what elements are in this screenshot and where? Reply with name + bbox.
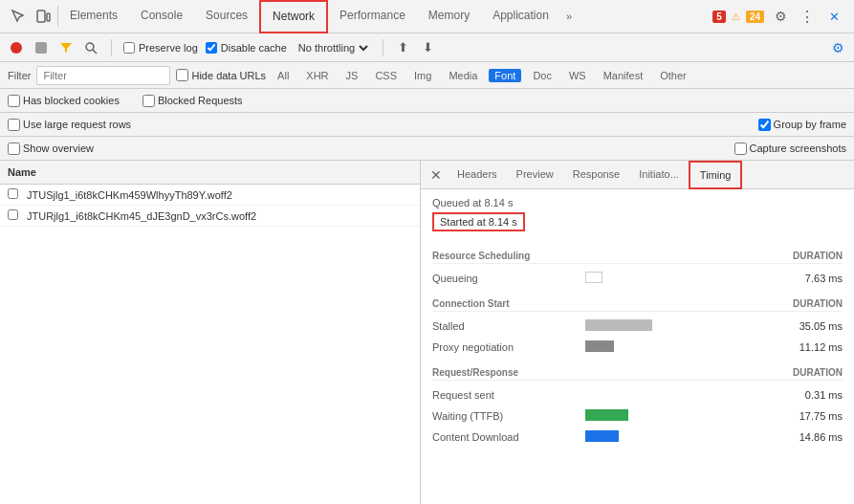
row-checkbox[interactable] xyxy=(8,209,18,220)
has-blocked-checkbox[interactable] xyxy=(8,95,20,107)
filter-doc-btn[interactable]: Doc xyxy=(527,69,558,82)
stalled-bar xyxy=(585,319,652,331)
throttle-select[interactable]: No throttling xyxy=(295,41,371,55)
settings-icon[interactable]: ⚙ xyxy=(770,6,791,27)
svg-point-2 xyxy=(86,43,94,51)
network-toolbar: Preserve log Disable cache No throttling… xyxy=(0,33,854,62)
record-icon xyxy=(11,42,22,54)
started-info: Started at 8.14 s xyxy=(432,212,525,231)
tab-memory[interactable]: Memory xyxy=(417,0,481,33)
table-row[interactable]: JTURjlg1_i6t8kCHKm45_dJE3gnD_vx3rCs.woff… xyxy=(0,206,420,227)
filter-input[interactable] xyxy=(36,66,170,85)
filter-icon xyxy=(59,41,73,55)
capture-screenshots-checkbox[interactable] xyxy=(734,142,747,155)
filter-row: Filter Hide data URLs All XHR JS CSS Img… xyxy=(0,62,854,89)
hide-data-urls-checkbox[interactable] xyxy=(176,69,188,81)
filter-xhr-btn[interactable]: XHR xyxy=(300,69,334,82)
capture-screenshots-label[interactable]: Capture screenshots xyxy=(734,142,847,155)
search-btn[interactable] xyxy=(82,39,99,56)
filter-media-btn[interactable]: Media xyxy=(443,69,483,82)
blocked-requests-label[interactable]: Blocked Requests xyxy=(142,95,243,107)
options-row2: Use large request rows Group by frame xyxy=(0,113,854,137)
left-panel: Name JTUSjlg1_i6t8kCHKm459WlhyyTh89Y.wof… xyxy=(0,161,421,504)
filter-img-btn[interactable]: Img xyxy=(408,69,437,82)
filter-css-btn[interactable]: CSS xyxy=(369,69,403,82)
device-icon[interactable] xyxy=(33,6,54,27)
tab-initiator[interactable]: Initiato... xyxy=(629,161,689,189)
hide-data-urls-label[interactable]: Hide data URLs xyxy=(176,69,266,81)
filter-font-btn[interactable]: Font xyxy=(489,69,521,82)
group-by-frame-label[interactable]: Group by frame xyxy=(758,119,846,131)
timing-section-header: Resource Scheduling DURATION xyxy=(432,251,843,264)
devtools-settings-icon[interactable]: ⚙ xyxy=(829,39,846,56)
tab-console[interactable]: Console xyxy=(129,0,194,33)
filter-all-btn[interactable]: All xyxy=(272,69,295,82)
tab-application[interactable]: Application xyxy=(481,0,560,33)
filter-btn-icon[interactable] xyxy=(57,39,75,56)
download-bar xyxy=(585,430,619,442)
preserve-log-label[interactable]: Preserve log xyxy=(123,42,198,54)
row-checkbox-cell xyxy=(8,188,27,201)
timing-row-queueing: Queueing 7.63 ms xyxy=(432,268,843,289)
disable-cache-label[interactable]: Disable cache xyxy=(206,42,287,54)
options-row1: Has blocked cookies Blocked Requests xyxy=(0,89,854,113)
filter-manifest-btn[interactable]: Manifest xyxy=(598,69,649,82)
inspect-icon[interactable] xyxy=(8,6,29,27)
download-icon[interactable]: ⬇ xyxy=(420,39,437,56)
timing-row-proxy: Proxy negotiation 11.12 ms xyxy=(432,337,843,358)
filter-ws-btn[interactable]: WS xyxy=(563,69,592,82)
devtools-nav-icons xyxy=(4,6,58,27)
tab-more[interactable]: » xyxy=(560,0,578,33)
ttfb-bar xyxy=(585,409,628,421)
record-btn[interactable] xyxy=(8,39,25,56)
svg-rect-0 xyxy=(37,11,45,22)
timing-content: Queued at 8.14 s Started at 8.14 s Resou… xyxy=(421,189,854,504)
upload-icon[interactable]: ⬆ xyxy=(395,39,412,56)
error-badge: 5 xyxy=(712,11,726,23)
table-row[interactable]: JTUSjlg1_i6t8kCHKm459WlhyyTh89Y.woff2 xyxy=(0,185,420,206)
group-by-frame-checkbox[interactable] xyxy=(758,119,771,131)
customize-icon[interactable]: ✕ xyxy=(823,6,844,27)
separator2 xyxy=(383,39,383,56)
right-tabs: ✕ Headers Preview Response Initiato... T… xyxy=(421,161,854,189)
stop-btn[interactable] xyxy=(33,39,50,56)
large-rows-checkbox[interactable] xyxy=(8,119,20,131)
close-panel-btn[interactable]: ✕ xyxy=(425,161,448,189)
tab-performance[interactable]: Performance xyxy=(328,0,417,33)
proxy-bar xyxy=(585,340,614,352)
tab-response[interactable]: Response xyxy=(563,161,630,189)
timing-row-ttfb: Waiting (TTFB) 17.75 ms xyxy=(432,405,843,427)
filter-js-btn[interactable]: JS xyxy=(340,69,364,82)
tab-timing[interactable]: Timing xyxy=(689,161,743,189)
show-overview-checkbox[interactable] xyxy=(8,142,20,155)
queued-info: Queued at 8.14 s xyxy=(432,197,843,208)
tab-headers[interactable]: Headers xyxy=(448,161,507,189)
row-checkbox[interactable] xyxy=(8,188,18,199)
tab-preview[interactable]: Preview xyxy=(507,161,563,189)
has-blocked-label[interactable]: Has blocked cookies xyxy=(8,95,120,107)
tab-bar: Elements Console Sources Network Perform… xyxy=(0,0,854,33)
warning-icon: ⚠ xyxy=(732,11,740,22)
disable-cache-checkbox[interactable] xyxy=(206,42,217,54)
tab-sources[interactable]: Sources xyxy=(194,0,259,33)
blocked-requests-checkbox[interactable] xyxy=(142,95,155,107)
tab-elements[interactable]: Elements xyxy=(58,0,129,33)
warning-badge: 24 xyxy=(746,11,764,23)
tab-network[interactable]: Network xyxy=(259,0,328,33)
filter-label: Filter xyxy=(8,70,31,81)
filter-other-btn[interactable]: Other xyxy=(654,69,692,82)
name-header: Name xyxy=(0,161,420,185)
options-row3: Show overview Capture screenshots xyxy=(0,137,854,161)
large-rows-label[interactable]: Use large request rows xyxy=(8,119,131,131)
timing-section-header: Connection Start DURATION xyxy=(432,298,843,312)
svg-line-3 xyxy=(93,50,97,54)
right-panel: ✕ Headers Preview Response Initiato... T… xyxy=(421,161,854,504)
more-icon[interactable]: ⋮ xyxy=(797,6,818,27)
timing-row-request-sent: Request sent 0.31 ms xyxy=(432,384,843,405)
main-content: Name JTUSjlg1_i6t8kCHKm459WlhyyTh89Y.wof… xyxy=(0,161,854,504)
svg-rect-1 xyxy=(47,13,50,21)
row-checkbox-cell xyxy=(8,209,27,222)
show-overview-label[interactable]: Show overview xyxy=(8,142,94,155)
preserve-log-checkbox[interactable] xyxy=(123,42,135,54)
queueing-bar xyxy=(585,272,602,283)
